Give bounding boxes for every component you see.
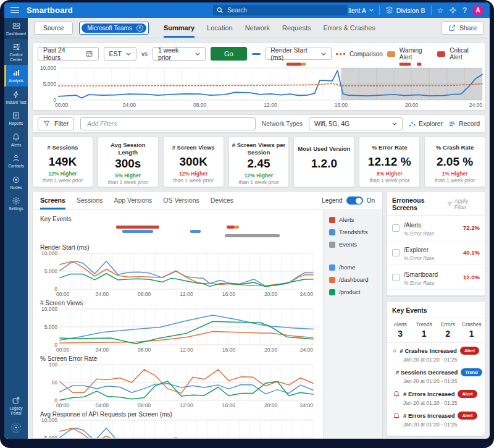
spark-icon[interactable] [449,6,457,14]
screen-views-chart[interactable]: 05,00010,00000:0004:0008:0012:0016:0020:… [39,306,320,353]
explorer-button[interactable]: Explorer [409,120,443,127]
division-selector[interactable]: Division B [385,6,425,14]
warning-alert-swatch [387,51,395,57]
svg-text:20:00: 20:00 [264,347,278,353]
source-filter-chip[interactable]: Microsoft Teams ✕ [79,22,149,35]
help-icon[interactable]: ? [463,7,467,14]
row-checkbox[interactable] [392,274,400,281]
star-icon[interactable]: ☆ [437,7,444,14]
source-chip[interactable]: Source [34,22,73,35]
timezone-select[interactable]: EST [104,47,136,61]
sidebar-item-control-center[interactable]: Control Center [4,39,28,65]
remove-filter-icon[interactable]: ✕ [136,25,143,32]
sidebar-item-settings[interactable]: Settings [4,193,28,214]
chevron-down-icon [195,53,200,56]
erroneous-screen-row: /Alerts% Error Rate 72.2% [387,216,485,240]
tab-sessions[interactable]: Sessions [77,192,103,209]
api-response-chart[interactable]: 05,00010,00000:0004:0008:0012:0016:0020:… [39,418,320,438]
document-icon [12,111,20,120]
add-filters-field[interactable] [80,117,256,130]
svg-text:08:00: 08:00 [193,102,207,108]
menu-icon[interactable] [10,7,19,14]
metric-card-error-rate: % Error Rate 12.12 % 8% Higher than 1 we… [359,137,420,187]
erroneous-screens-title: Erroneous Screens [392,197,447,211]
erroneous-screen-row: /Explorer% Error Rate 40.1% [387,240,485,265]
legend-toggle-group: Legend On [322,192,375,209]
tab-screens[interactable]: Screens [40,192,65,209]
key-event-item[interactable]: # Crashes Increased Alert Jan 20 at 01:2… [393,347,479,363]
tab-devices[interactable]: Devices [211,192,233,209]
api-response-title: Avg Response of API Requests per Screen … [40,411,323,418]
metric-card-crash-rate: % Crash Rate 2.05 % 1% Higher than 1 wee… [424,137,485,187]
person-icon [12,154,20,163]
alert-bell-icon [393,391,400,398]
svg-text:24:00: 24:00 [300,402,314,408]
avatar[interactable]: A [472,5,484,16]
key-event-bar[interactable] [235,226,239,229]
screens-panel: Screens Sessions App Versions OS Version… [32,191,383,439]
key-event-bar[interactable] [227,226,235,229]
key-event-bar[interactable] [225,234,280,237]
tab-app-versions[interactable]: App Versions [114,192,152,209]
key-event-bar[interactable] [122,230,153,233]
key-event-bar[interactable] [190,230,201,233]
search-input[interactable] [226,6,344,14]
sidebar-item-analysis[interactable]: Analysis [4,65,28,86]
key-event-bar[interactable] [116,226,159,229]
tab-errors-crashes[interactable]: Errors & Crashes [323,18,375,38]
counter-crashes: Crashes1 [460,321,484,339]
record-button[interactable]: Record [449,120,480,127]
metric-line-swatch [252,53,261,55]
bottom-section: Screens Sessions App Versions OS Version… [32,191,485,439]
app-window: Smartboard Client A Division B ☆ ? A [4,2,490,439]
sidebar-item-nodes[interactable]: Nodes [4,172,28,193]
trendshifts-swatch [329,229,335,235]
sidebar-item-reports[interactable]: Reports [4,108,28,129]
tab-network[interactable]: Network [245,18,270,38]
key-event-item[interactable]: # Sessions Decreased Trend Jan 20 at 01:… [393,368,479,384]
key-event-item[interactable]: # Errors Increased Alert Jan 20 at 01:20… [393,412,479,428]
date-range-picker[interactable]: Past 24 Hours [38,47,99,61]
metric-card-most-used-version: Most Used Version 1.2.0 [293,137,354,187]
legend-toggle[interactable] [346,197,363,205]
overview-chart[interactable]: 05,00010,00000:0004:0008:0012:0016:0020:… [38,62,486,109]
funnel-icon [43,120,50,127]
svg-text:12:00: 12:00 [180,402,193,408]
sidebar-item-legacy-portal[interactable]: Legacy Portal [4,392,28,418]
tab-requests[interactable]: Requests [282,18,311,38]
svg-text:10,000: 10,000 [41,418,57,423]
search-box[interactable] [213,5,348,15]
svg-text:5,000: 5,000 [44,324,58,330]
svg-text:08:00: 08:00 [138,291,151,297]
key-event-item[interactable]: # Errors Increased Alert Jan 20 at 01:20… [393,390,479,406]
row-checkbox[interactable] [392,224,400,232]
svg-text:08:00: 08:00 [138,402,151,408]
error-rate-chart[interactable]: 05010000:0004:0008:0012:0016:0020:0024:0… [39,362,320,409]
metric-select[interactable]: Render Start (ms) [265,48,332,60]
network-types-select[interactable]: Wifi, 5G, 4G [309,117,403,130]
sidebar-item-alerts[interactable]: Alerts [4,129,28,150]
add-filters-input[interactable] [86,120,250,128]
row-checkbox[interactable] [392,249,400,256]
sidebar-item-dashboard[interactable]: Dashboard [4,18,28,39]
filter-button[interactable]: Filter [38,117,74,130]
compare-select[interactable]: 1 week prior [153,47,206,61]
tab-location[interactable]: Location [207,18,233,38]
sidebar-item-contacts[interactable]: Contacts [4,150,28,171]
tab-summary[interactable]: Summary [164,18,195,38]
svg-text:16:00: 16:00 [222,347,236,353]
chevron-down-icon [321,53,326,56]
chevron-down-icon [126,53,131,56]
content-scroll: Past 24 Hours EST vs 1 week prior Go [28,38,490,439]
chevron-down-icon [392,122,397,125]
app-title: Smartboard [27,6,73,15]
key-events-header: Key Events [387,302,485,318]
charts-column: Key Events Render Start (ms) 05,00010,00… [33,210,323,438]
erroneous-screens-panel: Erroneous Screens Apply Filter /Alerts% … [387,191,485,296]
share-button[interactable]: Share [442,21,484,35]
render-start-chart[interactable]: 05,00010,00000:0004:0008:0012:0016:0020:… [39,251,320,298]
go-button[interactable]: Go [211,47,247,61]
apply-filter-button[interactable]: Apply Filter [447,198,480,210]
tab-os-versions[interactable]: OS Versions [163,192,199,209]
sidebar-item-instant-test[interactable]: Instant Test [4,87,28,108]
